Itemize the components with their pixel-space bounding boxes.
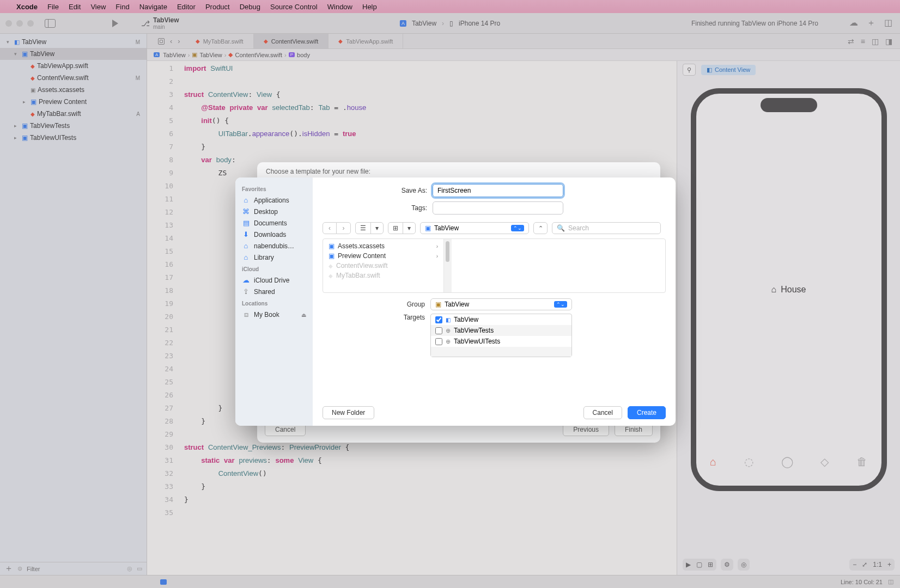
create-button[interactable]: Create [628,406,666,419]
forward-icon: › [337,222,351,234]
target-row[interactable]: ⊕TabViewTests [431,325,571,336]
new-folder-button[interactable]: New Folder [323,406,374,419]
folder-icon: ▣ [425,224,431,232]
targets-label: Targets [393,314,425,321]
folder-icon: ▣ [435,301,441,308]
home-icon: ⌂ [242,242,250,250]
targets-list: ◧TabView ⊕TabViewTests ⊕TabViewUITests [430,314,572,357]
popup-arrows-icon: ⌃⌄ [511,225,524,231]
browser-item: ◆MyTabBar.swift [323,271,443,280]
save-panel: Favorites ⌂Applications ⌘Desktop ▤Docume… [235,177,676,426]
icloud-icon: ☁ [242,276,250,284]
save-search[interactable]: 🔍 Search [552,222,661,234]
browser-scrollbar[interactable] [444,239,452,292]
downloads-icon: ⬇ [242,230,250,238]
icons-icon: ⊞ [388,223,403,234]
save-as-label: Save As: [393,187,427,194]
eject-icon[interactable]: ⏏ [301,312,306,318]
collapse-button[interactable]: ⌃ [533,222,548,234]
test-target-icon: ⊕ [446,327,451,334]
back-icon: ‹ [323,222,337,234]
icloud-heading: iCloud [242,266,306,272]
save-as-input[interactable] [433,184,563,197]
target-row[interactable]: ◧TabView [431,314,571,325]
browser-item: ◆ContentView.swift [323,261,443,271]
sidebar-fav-library[interactable]: ⌂Library [242,252,306,263]
location-popup[interactable]: ▣ TabView ⌃⌄ [420,222,529,234]
columns-icon: ☰ [356,223,370,234]
applications-icon: ⌂ [242,196,250,204]
sidebar-fav-documents[interactable]: ▤Documents [242,217,306,229]
target-checkbox[interactable] [435,316,442,323]
favorites-heading: Favorites [242,186,306,192]
sidebar-fav-home[interactable]: ⌂nabendubis… [242,240,306,252]
target-checkbox[interactable] [435,327,442,334]
desktop-icon: ⌘ [242,207,250,216]
browser-nav[interactable]: ‹› [323,222,351,234]
sidebar-fav-downloads[interactable]: ⬇Downloads [242,229,306,240]
browser-item[interactable]: ▣Assets.xcassets› [323,241,443,251]
sidebar-icloud-shared[interactable]: ⇪Shared [242,286,306,297]
sidebar-location-mybook[interactable]: ⧈My Book⏏ [242,309,306,321]
tags-label: Tags: [393,204,427,212]
target-checkbox[interactable] [435,338,442,345]
sidebar-fav-applications[interactable]: ⌂Applications [242,194,306,206]
sidebar-icloud-drive[interactable]: ☁iCloud Drive [242,274,306,286]
tags-input[interactable] [433,201,563,215]
target-row[interactable]: ⊕TabViewUITests [431,336,571,347]
group-popup[interactable]: ▣ TabView ⌃⌄ [430,298,572,310]
library-icon: ⌂ [242,253,250,261]
ui-test-target-icon: ⊕ [446,338,451,345]
view-style-segment[interactable]: ⊞▾ [388,222,416,234]
browser-item[interactable]: ▣Preview Content› [323,251,443,261]
cancel-button[interactable]: Cancel [583,406,622,419]
popup-arrows-icon: ⌃⌄ [554,301,567,308]
column-browser[interactable]: ▣Assets.xcassets› ▣Preview Content› ◆Con… [323,238,666,293]
app-target-icon: ◧ [446,317,451,323]
shared-icon: ⇪ [242,287,250,296]
sidebar-fav-desktop[interactable]: ⌘Desktop [242,206,306,217]
locations-heading: Locations [242,301,306,307]
search-icon: 🔍 [557,224,565,232]
group-label: Group [393,301,425,308]
documents-icon: ▤ [242,219,250,227]
disk-icon: ⧈ [242,310,250,319]
view-mode-segment[interactable]: ☰▾ [355,222,384,234]
save-panel-sidebar: Favorites ⌂Applications ⌘Desktop ▤Docume… [235,177,313,426]
